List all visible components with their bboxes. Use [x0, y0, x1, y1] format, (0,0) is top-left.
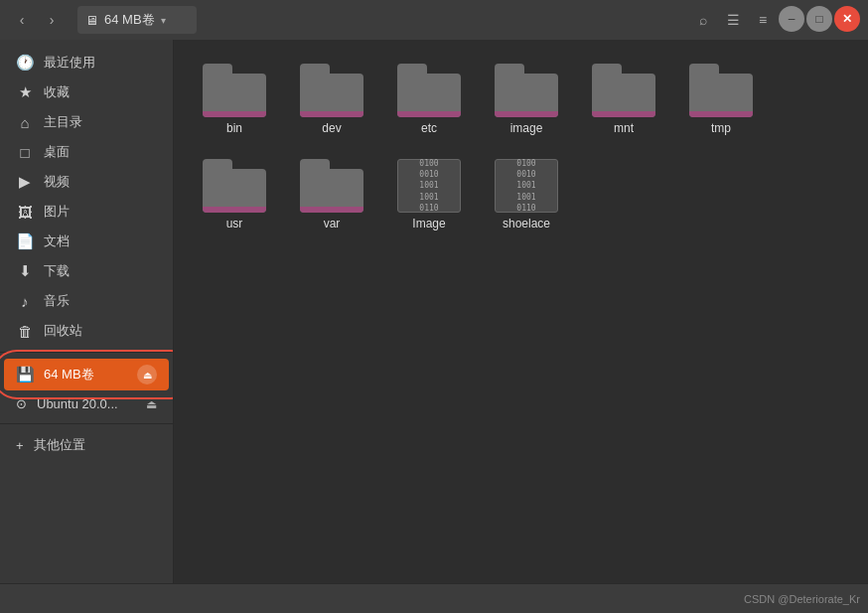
documents-label: 文档 [44, 232, 70, 250]
file-name-var: var [324, 217, 341, 230]
volume-wrapper: 💾 64 MB卷 ⏏ [0, 359, 173, 390]
sidebar-item-documents[interactable]: 📄 文档 [0, 227, 173, 256]
music-icon: ♪ [16, 293, 34, 310]
view-toggle-button[interactable]: ☰ [719, 6, 747, 34]
trash-icon: 🗑 [16, 323, 34, 340]
folder-icon-tmp [689, 64, 753, 117]
sidebar: 🕐 最近使用 ★ 收藏 ⌂ 主目录 □ 桌面 ▶ 视频 🖼 图片 📄 文档 [0, 40, 174, 613]
file-name-etc: etc [421, 121, 437, 135]
sidebar-divider-1 [0, 352, 173, 353]
star-icon: ★ [16, 83, 34, 101]
file-name-usr: usr [226, 217, 243, 230]
file-item-bin[interactable]: bin [190, 56, 279, 143]
volume-label: 64 MB卷 [44, 366, 94, 383]
home-icon: ⌂ [16, 114, 34, 131]
location-dropdown-icon: ▾ [161, 15, 166, 26]
file-name-bin: bin [226, 121, 242, 135]
trash-label: 回收站 [44, 322, 82, 340]
sidebar-item-music[interactable]: ♪ 音乐 [0, 286, 173, 316]
location-text: 64 MB卷 [104, 11, 155, 29]
folder-icon-etc [397, 64, 461, 117]
sidebar-item-favorites[interactable]: ★ 收藏 [0, 77, 173, 107]
volume-icon: 💾 [16, 366, 34, 383]
file-item-shoelace[interactable]: 01000010100110010110 shoelace [482, 151, 571, 238]
file-item-var[interactable]: var [287, 151, 376, 238]
titlebar: ‹ › 🖥 64 MB卷 ▾ ⌕ ☰ ≡ – □ ✕ [0, 0, 868, 40]
file-area: bin dev etc [174, 40, 868, 613]
bottom-bar: CSDN @Deteriorate_Kr [0, 583, 868, 613]
sidebar-item-downloads[interactable]: ⬇ 下载 [0, 256, 173, 286]
downloads-label: 下载 [44, 262, 70, 280]
ubuntu-label: Ubuntu 20.0... [37, 396, 118, 411]
desktop-icon: □ [16, 144, 34, 161]
folder-icon-mnt [592, 64, 655, 117]
nav-buttons: ‹ › [8, 6, 66, 34]
file-name-dev: dev [322, 121, 341, 135]
minimize-button[interactable]: – [779, 6, 804, 32]
recent-label: 最近使用 [44, 54, 95, 72]
folder-icon-dev [300, 64, 363, 117]
sidebar-item-pictures[interactable]: 🖼 图片 [0, 197, 173, 227]
other-locations-label: 其他位置 [34, 436, 85, 454]
file-item-mnt[interactable]: mnt [579, 56, 668, 143]
downloads-icon: ⬇ [16, 262, 34, 280]
sidebar-item-recent[interactable]: 🕐 最近使用 [0, 48, 173, 77]
file-name-shoelace: shoelace [503, 217, 550, 230]
videos-label: 视频 [44, 173, 70, 191]
file-item-dev[interactable]: dev [287, 56, 376, 143]
main-layout: 🕐 最近使用 ★ 收藏 ⌂ 主目录 □ 桌面 ▶ 视频 🖼 图片 📄 文档 [0, 40, 868, 613]
sidebar-item-volume[interactable]: 💾 64 MB卷 ⏏ [4, 359, 169, 390]
maximize-button[interactable]: □ [806, 6, 832, 32]
nav-forward-button[interactable]: › [38, 6, 66, 34]
sidebar-item-videos[interactable]: ▶ 视频 [0, 167, 173, 197]
music-label: 音乐 [44, 292, 70, 310]
file-item-usr[interactable]: usr [190, 151, 279, 238]
folder-icon-usr [203, 159, 266, 213]
sidebar-item-ubuntu[interactable]: ⊙ Ubuntu 20.0... ⏏ [0, 390, 173, 417]
binary-icon-shoelace: 01000010100110010110 [495, 159, 558, 213]
nav-back-button[interactable]: ‹ [8, 6, 36, 34]
file-name-tmp: tmp [711, 121, 731, 135]
file-item-image[interactable]: image [482, 56, 571, 143]
clock-icon: 🕐 [16, 54, 34, 72]
folder-icon-var [300, 159, 363, 213]
file-grid: bin dev etc [190, 56, 852, 238]
folder-icon-image [495, 64, 558, 117]
ubuntu-eject-icon: ⏏ [146, 397, 157, 411]
sidebar-divider-2 [0, 423, 173, 424]
favorites-label: 收藏 [44, 83, 70, 101]
desktop-label: 桌面 [44, 143, 70, 161]
location-bar[interactable]: 🖥 64 MB卷 ▾ [77, 6, 197, 34]
search-button[interactable]: ⌕ [689, 6, 717, 34]
titlebar-actions: ⌕ ☰ ≡ – □ ✕ [689, 6, 860, 34]
documents-icon: 📄 [16, 232, 34, 250]
sidebar-item-home[interactable]: ⌂ 主目录 [0, 107, 173, 137]
file-name-Image: Image [412, 217, 445, 230]
file-item-tmp[interactable]: tmp [676, 56, 766, 143]
volume-eject-button[interactable]: ⏏ [137, 365, 157, 384]
plus-icon: + [16, 438, 24, 453]
sidebar-item-desktop[interactable]: □ 桌面 [0, 137, 173, 167]
file-item-Image[interactable]: 01000010100110010110 Image [384, 151, 474, 238]
pictures-label: 图片 [44, 203, 70, 221]
computer-icon: 🖥 [85, 13, 98, 28]
binary-icon-Image: 01000010100110010110 [397, 159, 461, 213]
file-item-etc[interactable]: etc [384, 56, 474, 143]
file-name-image: image [510, 121, 543, 135]
close-button[interactable]: ✕ [834, 6, 860, 32]
menu-button[interactable]: ≡ [749, 6, 777, 34]
sidebar-item-other-locations[interactable]: + 其他位置 [0, 430, 173, 460]
ubuntu-icon: ⊙ [16, 396, 27, 411]
credit-text: CSDN @Deteriorate_Kr [744, 593, 860, 605]
pictures-icon: 🖼 [16, 204, 34, 221]
home-label: 主目录 [44, 113, 82, 131]
file-name-mnt: mnt [614, 121, 634, 135]
video-icon: ▶ [16, 173, 34, 191]
folder-icon-bin [203, 64, 266, 117]
sidebar-item-trash[interactable]: 🗑 回收站 [0, 316, 173, 346]
